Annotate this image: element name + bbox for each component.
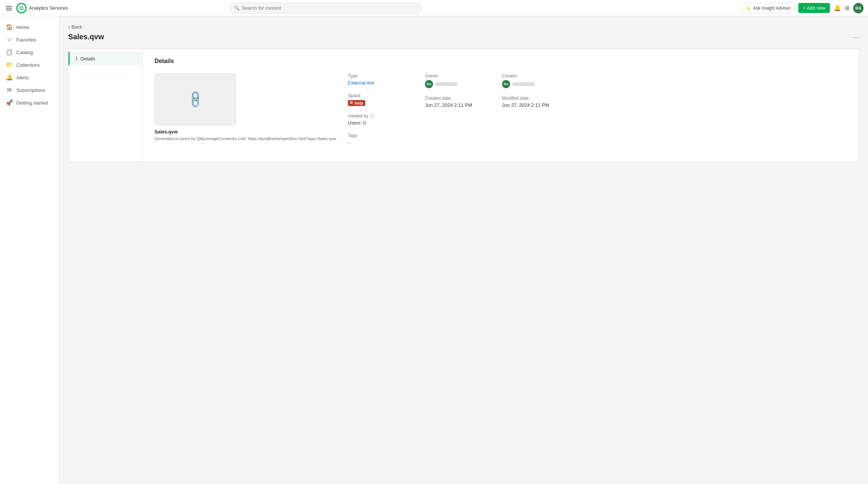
modified-date-section: Modified date Jun 27, 2024 2:11 PM <box>502 96 561 108</box>
item-description: Generated on-prem by QlikLineageConnecto… <box>154 136 336 142</box>
notifications-icon[interactable]: 🔔 <box>834 4 841 11</box>
home-icon: 🏠 <box>6 24 13 30</box>
sidebar-item-collections[interactable]: 📁 Collections <box>0 59 59 71</box>
qlik-logo[interactable]: Analytics Services <box>16 3 68 13</box>
sidebar-label-getting-started: Getting started <box>16 100 48 106</box>
topbar-left: Analytics Services <box>4 3 68 13</box>
sidebar-label-collections: Collections <box>16 62 40 68</box>
sidebar-label-home: Home <box>16 24 29 30</box>
sidebar-label-catalog: Catalog <box>16 50 33 55</box>
main-content: ‹ Back Sales.qvw ⋯ ℹ Details Details <box>59 16 868 484</box>
sidebar-label-alerts: Alerts <box>16 75 29 80</box>
subscriptions-icon: ✉ <box>6 87 13 93</box>
item-name: Sales.qvw <box>154 129 336 135</box>
sidebar-item-alerts[interactable]: 🔔 Alerts <box>0 71 59 84</box>
viewed-by-value: Users: 0 <box>348 120 407 126</box>
sidebar-item-home[interactable]: 🏠 Home <box>0 21 59 33</box>
owner-avatar: RA <box>425 80 433 88</box>
thumbnail: 🔗 <box>154 73 236 125</box>
sidebar-item-catalog[interactable]: 📋 Catalog <box>0 46 59 59</box>
add-new-label: + Add new <box>803 5 825 11</box>
meta-col-1: Type External link Space R help <box>348 73 407 153</box>
space-badge[interactable]: R help <box>348 100 365 106</box>
viewed-by-label-row: Viewed by ⓘ <box>348 113 407 120</box>
owner-name-placeholder <box>435 82 458 86</box>
details-body: 🔗 Sales.qvw Generated on-prem by QlikLin… <box>154 73 847 153</box>
created-date-value: Jun 27, 2024 2:11 PM <box>425 102 484 108</box>
more-options-button[interactable]: ⋯ <box>852 33 859 41</box>
search-icon: 🔍 <box>234 6 240 11</box>
collections-icon: 📁 <box>6 62 13 68</box>
getting-started-icon: 🚀 <box>6 99 13 106</box>
catalog-icon: 📋 <box>6 49 13 56</box>
meta-col-2: Owner RA Created date Jun 27, 2024 2:11 … <box>425 73 484 153</box>
creator-avatar: RA <box>502 80 510 88</box>
creator-row: RA <box>502 80 561 88</box>
link-icon: 🔗 <box>185 89 205 109</box>
space-badge-text: help <box>355 101 363 105</box>
topbar: Analytics Services 🔍 ✨ Ask Insight Advis… <box>0 0 868 16</box>
app-title: Analytics Services <box>29 5 68 11</box>
viewed-by-label: Viewed by <box>348 113 368 119</box>
space-value: R help <box>348 100 407 106</box>
avatar[interactable]: RA <box>853 3 864 13</box>
type-value: External link <box>348 80 407 86</box>
created-date-section: Created date Jun 27, 2024 2:11 PM <box>425 96 484 108</box>
hamburger-menu-icon[interactable] <box>4 4 13 12</box>
grid-icon[interactable]: ⊞ <box>845 4 849 11</box>
info-tab-icon: ℹ <box>76 56 77 62</box>
type-label: Type <box>348 73 407 79</box>
favorites-icon: ☆ <box>6 36 13 43</box>
owner-section: Owner RA <box>425 73 484 88</box>
meta-col-3: Creator RA Modified date Jun 27, 2024 2:… <box>502 73 561 153</box>
meta-columns: Type External link Space R help <box>348 73 847 153</box>
alerts-icon: 🔔 <box>6 74 13 81</box>
space-badge-icon: R <box>350 101 353 105</box>
page-title-row: Sales.qvw ⋯ <box>68 33 859 41</box>
right-panel: Details 🔗 Sales.qvw Generated on-prem by… <box>143 49 859 162</box>
creator-label: Creator <box>502 73 561 79</box>
page-title: Sales.qvw <box>68 33 104 41</box>
search-input[interactable] <box>242 5 417 11</box>
viewed-by-info-icon: ⓘ <box>370 113 374 120</box>
modified-date-value: Jun 27, 2024 2:11 PM <box>502 102 561 108</box>
creator-section: Creator RA <box>502 73 561 88</box>
owner-label: Owner <box>425 73 484 79</box>
details-title: Details <box>154 58 847 64</box>
ask-advisor-button[interactable]: ✨ Ask Insight Advisor <box>741 3 795 13</box>
owner-row: RA <box>425 80 484 88</box>
sidebar-item-subscriptions[interactable]: ✉ Subscriptions <box>0 84 59 96</box>
modified-date-label: Modified date <box>502 96 561 101</box>
advisor-icon: ✨ <box>745 5 751 11</box>
creator-name-placeholder <box>512 82 535 86</box>
space-label: Space <box>348 93 407 98</box>
sidebar: 🏠 Home ☆ Favorites 📋 Catalog 📁 Collectio… <box>0 16 59 484</box>
tags-section: Tags - <box>348 133 407 145</box>
left-panel: ℹ Details <box>69 49 143 162</box>
tags-value: - <box>348 140 407 145</box>
sidebar-item-getting-started[interactable]: 🚀 Getting started <box>0 96 59 109</box>
add-new-button[interactable]: + Add new <box>798 3 830 13</box>
tab-details[interactable]: ℹ Details <box>69 52 142 65</box>
tab-details-label: Details <box>80 56 95 62</box>
layout: 🏠 Home ☆ Favorites 📋 Catalog 📁 Collectio… <box>0 16 868 484</box>
sidebar-label-favorites: Favorites <box>16 37 36 43</box>
back-arrow-icon: ‹ <box>68 24 70 30</box>
ask-advisor-label: Ask Insight Advisor <box>753 6 791 11</box>
qlik-logo-circle <box>16 3 27 13</box>
sidebar-label-subscriptions: Subscriptions <box>16 87 45 93</box>
sidebar-item-favorites[interactable]: ☆ Favorites <box>0 33 59 46</box>
back-label: Back <box>71 24 82 30</box>
thumbnail-area: 🔗 Sales.qvw Generated on-prem by QlikLin… <box>154 73 336 153</box>
search-bar[interactable]: 🔍 <box>229 3 422 14</box>
space-section: Space R help <box>348 93 407 106</box>
type-section: Type External link <box>348 73 407 86</box>
viewed-by-section: Viewed by ⓘ Users: 0 <box>348 113 407 126</box>
tags-label: Tags <box>348 133 407 138</box>
topbar-right: ✨ Ask Insight Advisor + Add new 🔔 ⊞ RA <box>741 3 864 13</box>
content-wrapper: ℹ Details Details 🔗 Sales.qvw Generated … <box>68 49 859 162</box>
back-nav[interactable]: ‹ Back <box>68 24 859 30</box>
created-date-label: Created date <box>425 96 484 101</box>
qlik-logo-inner <box>20 6 23 10</box>
